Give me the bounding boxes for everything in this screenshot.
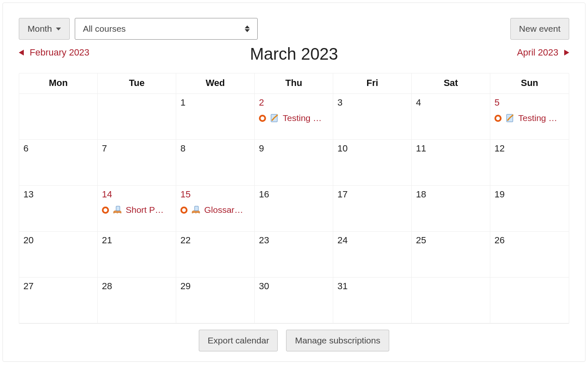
calendar-cell xyxy=(412,278,490,323)
calendar-cell[interactable]: 6 xyxy=(19,140,98,186)
day-number: 8 xyxy=(180,143,185,154)
new-event-label: New event xyxy=(519,24,560,34)
export-calendar-label: Export calendar xyxy=(208,336,269,346)
view-select-button[interactable]: Month xyxy=(19,18,70,40)
calendar-cell[interactable]: 3 xyxy=(333,94,412,140)
day-number: 26 xyxy=(494,235,504,246)
day-number: 21 xyxy=(102,235,112,246)
calendar-cell[interactable]: 1 xyxy=(176,94,255,140)
day-number[interactable]: 15 xyxy=(180,189,190,200)
calendar-cell[interactable]: 19 xyxy=(490,186,569,232)
month-nav: February 2023 March 2023 April 2023 xyxy=(19,47,569,58)
calendar-cell xyxy=(490,278,569,323)
day-header: Wed xyxy=(176,73,255,94)
manage-subscriptions-button[interactable]: Manage subscriptions xyxy=(286,330,389,351)
calendar-cell[interactable]: 28 xyxy=(98,278,176,323)
calendar-cell[interactable]: 31 xyxy=(333,278,412,323)
day-header: Mon xyxy=(19,73,98,94)
day-number: 11 xyxy=(416,143,426,154)
day-number: 3 xyxy=(337,97,342,108)
day-number: 12 xyxy=(494,143,504,154)
book-icon xyxy=(191,205,201,215)
calendar-header: MonTueWedThuFriSatSun xyxy=(19,73,569,94)
day-number: 27 xyxy=(23,281,33,292)
day-number: 18 xyxy=(416,189,426,200)
calendar-cell[interactable]: 15Glossar… xyxy=(176,186,255,232)
prev-month-label: February 2023 xyxy=(30,47,89,58)
view-select-label: Month xyxy=(28,24,52,34)
calendar-cell[interactable]: 7 xyxy=(98,140,176,186)
day-number: 10 xyxy=(337,143,347,154)
day-number[interactable]: 2 xyxy=(259,97,264,108)
calendar-cell[interactable]: 25 xyxy=(412,232,490,278)
calendar-cell[interactable]: 24 xyxy=(333,232,412,278)
calendar-cell[interactable]: 21 xyxy=(98,232,176,278)
calendar-cell[interactable]: 11 xyxy=(412,140,490,186)
calendar-cell[interactable]: 9 xyxy=(255,140,333,186)
calendar-cell[interactable]: 5Testing … xyxy=(490,94,569,140)
day-number: 19 xyxy=(494,189,504,200)
day-number: 7 xyxy=(102,143,107,154)
book-icon xyxy=(112,205,122,215)
chevron-down-icon xyxy=(56,28,61,30)
event-type-icon xyxy=(259,115,266,122)
calendar-cell[interactable]: 8 xyxy=(176,140,255,186)
controls-row: Month All courses New event xyxy=(19,18,569,40)
calendar-cell[interactable]: 23 xyxy=(255,232,333,278)
course-select[interactable]: All courses xyxy=(75,18,258,40)
calendar-cell[interactable]: 22 xyxy=(176,232,255,278)
day-number: 13 xyxy=(23,189,33,200)
calendar-cell[interactable]: 16 xyxy=(255,186,333,232)
next-month-label: April 2023 xyxy=(517,47,558,58)
day-number: 25 xyxy=(416,235,426,246)
svg-rect-2 xyxy=(116,206,120,211)
event-label: Glossar… xyxy=(204,205,243,215)
day-header: Tue xyxy=(98,73,176,94)
day-header: Fri xyxy=(333,73,412,94)
calendar-cell[interactable]: 30 xyxy=(255,278,333,323)
day-number: 17 xyxy=(337,189,347,200)
calendar-cell[interactable]: 12 xyxy=(490,140,569,186)
day-header: Sat xyxy=(412,73,490,94)
day-number: 28 xyxy=(102,281,112,292)
calendar-cell[interactable]: 29 xyxy=(176,278,255,323)
calendar-cell[interactable]: 18 xyxy=(412,186,490,232)
day-number: 16 xyxy=(259,189,269,200)
calendar-cell[interactable]: 20 xyxy=(19,232,98,278)
calendar-cell[interactable]: 26 xyxy=(490,232,569,278)
day-number[interactable]: 5 xyxy=(494,97,499,108)
event-type-icon xyxy=(494,115,502,122)
day-number: 24 xyxy=(337,235,347,246)
svg-rect-3 xyxy=(195,206,198,211)
calendar-cell[interactable]: 14Short P… xyxy=(98,186,176,232)
calendar-event[interactable]: Testing … xyxy=(259,113,329,123)
calendar-body: 12Testing …345Testing …67891011121314Sho… xyxy=(19,94,569,323)
event-label: Short P… xyxy=(126,205,164,215)
export-calendar-button[interactable]: Export calendar xyxy=(199,330,278,351)
calendar-cell[interactable]: 2Testing … xyxy=(255,94,333,140)
day-number: 20 xyxy=(23,235,33,246)
next-month-link[interactable]: April 2023 xyxy=(517,47,569,58)
calendar-cell[interactable]: 13 xyxy=(19,186,98,232)
course-select-label: All courses xyxy=(83,24,126,34)
event-label: Testing … xyxy=(283,113,322,123)
calendar-cell[interactable]: 10 xyxy=(333,140,412,186)
calendar-event[interactable]: Glossar… xyxy=(180,205,250,215)
calendar-cell xyxy=(98,94,176,140)
day-number[interactable]: 14 xyxy=(102,189,112,200)
calendar-cell[interactable]: 4 xyxy=(412,94,490,140)
calendar-title: March 2023 xyxy=(250,45,338,63)
calendar-event[interactable]: Testing … xyxy=(494,113,565,123)
prev-month-link[interactable]: February 2023 xyxy=(19,47,89,58)
calendar-cell[interactable]: 27 xyxy=(19,278,98,323)
day-number: 1 xyxy=(180,97,185,108)
day-number: 4 xyxy=(416,97,421,108)
calendar-cell[interactable]: 17 xyxy=(333,186,412,232)
triangle-right-icon xyxy=(564,50,569,56)
day-number: 22 xyxy=(180,235,190,246)
quiz-icon xyxy=(505,113,515,123)
event-type-icon xyxy=(180,207,188,214)
calendar-panel: Month All courses New event February 202… xyxy=(3,3,585,362)
calendar-event[interactable]: Short P… xyxy=(102,205,172,215)
new-event-button[interactable]: New event xyxy=(510,18,569,40)
